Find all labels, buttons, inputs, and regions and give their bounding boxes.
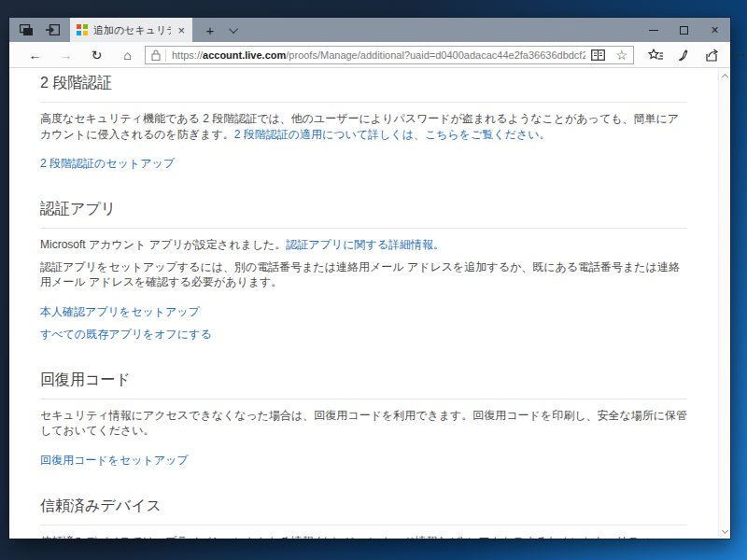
hub-star-list-icon bbox=[648, 49, 664, 62]
section-two-step-verification: 2 段階認証 高度なセキュリティ機能である 2 段階認証では、他のユーザーにより… bbox=[40, 74, 687, 171]
url-domain: account.live.com bbox=[203, 49, 286, 61]
new-tab-button[interactable]: + bbox=[198, 18, 222, 42]
browser-tab-security-options[interactable]: 追加のセキュリティ オプショ × bbox=[70, 18, 192, 42]
home-button[interactable]: ⌂ bbox=[112, 49, 143, 62]
section-paragraph: セキュリティ情報にアクセスできなくなった場合は、回復用コードを利用できます。回復… bbox=[40, 408, 687, 439]
setup-identity-app-link[interactable]: 本人確認アプリをセットアップ bbox=[40, 304, 200, 319]
section-divider bbox=[40, 102, 687, 103]
section-heading: 認証アプリ bbox=[40, 200, 687, 219]
add-favorite-star-icon[interactable]: ☆ bbox=[615, 49, 627, 62]
back-icon: ← bbox=[29, 48, 42, 63]
set-tabs-aside-icon bbox=[20, 24, 34, 36]
section-paragraph: 信頼済みデバイスでは、プライバシーにかかわる情報 (クレジット カード情報など)… bbox=[40, 534, 687, 539]
url-text[interactable]: https://account.live.com/proofs/Manage/a… bbox=[172, 49, 585, 61]
section-divider bbox=[40, 399, 687, 399]
reading-view-icon[interactable] bbox=[591, 49, 605, 61]
share-button[interactable] bbox=[701, 45, 722, 65]
section-heading: 2 段階認証 bbox=[40, 74, 687, 93]
section-links: 回復用コードをセットアップ bbox=[40, 453, 687, 468]
hub-favorites-button[interactable] bbox=[645, 45, 666, 65]
section-heading: 信頼済みデバイス bbox=[40, 497, 687, 516]
microsoft-favicon-icon bbox=[77, 24, 88, 35]
close-icon: × bbox=[711, 22, 718, 37]
lock-icon bbox=[151, 49, 161, 61]
turn-off-existing-apps-link[interactable]: すべての既存アプリをオフにする bbox=[40, 327, 212, 342]
browser-window: 追加のセキュリティ オプショ × + × ← → ↻ ⌂ bbox=[9, 18, 730, 539]
restore-tabs-icon bbox=[46, 24, 60, 35]
section-paragraph: 高度なセキュリティ機能である 2 段階認証では、他のユーザーによりパスワードが盗… bbox=[40, 111, 687, 142]
scroll-up-icon[interactable] bbox=[721, 74, 727, 80]
section-authenticator-app: 認証アプリ Microsoft アカウント アプリが設定されました。認証アプリに… bbox=[40, 200, 687, 342]
close-button[interactable]: × bbox=[699, 18, 730, 42]
section-recovery-code: 回復用コード セキュリティ情報にアクセスできなくなった場合は、回復用コードを利用… bbox=[40, 371, 687, 468]
section-trusted-devices: 信頼済みデバイス 信頼済みデバイスでは、プライバシーにかかわる情報 (クレジット… bbox=[40, 497, 687, 539]
page-content: 2 段階認証 高度なセキュリティ機能である 2 段階認証では、他のユーザーにより… bbox=[9, 69, 730, 539]
web-note-button[interactable] bbox=[673, 45, 694, 65]
more-actions-button[interactable]: ··· bbox=[729, 45, 747, 65]
minimize-icon bbox=[649, 30, 658, 31]
section-links: 2 段階認証のセットアップ bbox=[40, 156, 687, 171]
scroll-down-icon[interactable] bbox=[721, 527, 727, 534]
setup-2fa-link[interactable]: 2 段階認証のセットアップ bbox=[40, 156, 175, 171]
section-paragraph: Microsoft アカウント アプリが設定されました。認証アプリに関する詳細情… bbox=[40, 237, 687, 253]
section-links: 本人確認アプリをセットアップ すべての既存アプリをオフにする bbox=[40, 304, 687, 342]
browser-toolbar: ··· bbox=[645, 45, 747, 65]
section-heading: 回復用コード bbox=[40, 371, 687, 390]
window-controls: × bbox=[638, 18, 730, 42]
vertical-scrollbar[interactable] bbox=[718, 69, 730, 539]
learn-2fa-link[interactable]: 2 段階認証の適用について詳しくは、こちらをご覧ください。 bbox=[234, 128, 551, 141]
section-paragraph: 認証アプリをセットアップするには、別の電話番号または連絡用メール アドレスを追加… bbox=[40, 259, 687, 290]
tabs-set-aside-button[interactable] bbox=[44, 21, 61, 38]
tab-title: 追加のセキュリティ オプショ bbox=[93, 18, 171, 42]
nav-buttons: ← → ↻ ⌂ bbox=[9, 49, 143, 62]
forward-button[interactable]: → bbox=[50, 49, 81, 62]
section-divider bbox=[40, 525, 687, 525]
windows-desktop: { "browser": { "tab": { "title": "追加のセキュ… bbox=[0, 0, 747, 560]
tab-preview-toggle[interactable] bbox=[222, 18, 247, 42]
set-tabs-aside-button[interactable] bbox=[18, 21, 35, 38]
maximize-button[interactable] bbox=[669, 18, 699, 42]
setup-recovery-code-link[interactable]: 回復用コードをセットアップ bbox=[40, 453, 189, 468]
tab-close-icon[interactable]: × bbox=[176, 24, 186, 36]
refresh-button[interactable]: ↻ bbox=[81, 49, 112, 62]
chevron-down-icon bbox=[229, 24, 238, 34]
navigation-bar: ← → ↻ ⌂ https://account.live.com/proofs/… bbox=[9, 42, 730, 68]
pen-icon bbox=[677, 49, 691, 62]
more-icon: ··· bbox=[732, 48, 747, 62]
url-divider bbox=[165, 49, 166, 62]
address-bar[interactable]: https://account.live.com/proofs/Manage/a… bbox=[145, 46, 634, 64]
url-path: /proofs/Manage/additional?uaid=d0400adac… bbox=[286, 49, 585, 61]
home-icon: ⌂ bbox=[123, 48, 131, 63]
share-icon bbox=[705, 49, 719, 62]
address-bar-actions: ☆ bbox=[585, 49, 627, 62]
security-options-page: 2 段階認証 高度なセキュリティ機能である 2 段階認証では、他のユーザーにより… bbox=[9, 69, 730, 539]
tab-bar: 追加のセキュリティ オプショ × + × bbox=[9, 18, 730, 42]
authenticator-info-link[interactable]: 認証アプリに関する詳細情報。 bbox=[286, 238, 444, 251]
section-divider bbox=[40, 228, 687, 229]
forward-icon: → bbox=[60, 48, 73, 63]
back-button[interactable]: ← bbox=[20, 49, 50, 62]
minimize-button[interactable] bbox=[638, 18, 669, 42]
maximize-icon bbox=[680, 26, 688, 35]
tab-bar-left-actions bbox=[9, 18, 61, 42]
refresh-icon: ↻ bbox=[92, 48, 103, 63]
